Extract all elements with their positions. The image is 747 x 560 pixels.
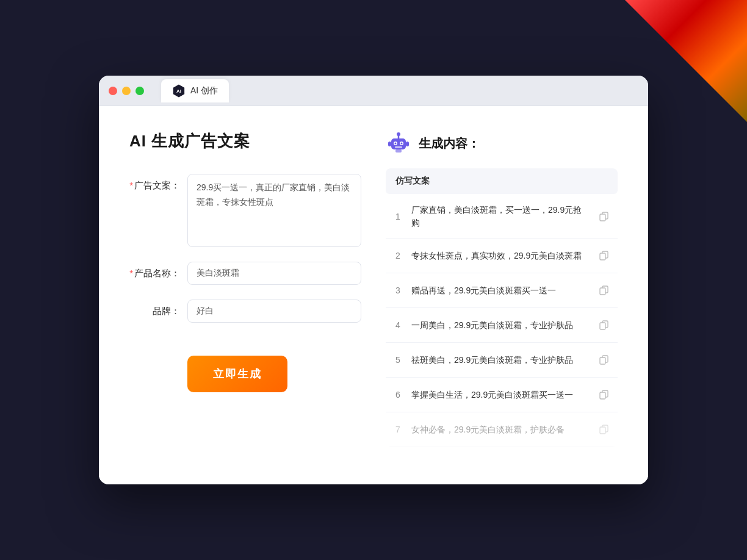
traffic-lights [109, 87, 144, 95]
table-row: 6掌握美白生活，29.9元美白淡斑霜买一送一 [386, 378, 618, 412]
row-number: 6 [391, 390, 405, 400]
close-button[interactable] [109, 87, 117, 95]
required-mark-product: * [129, 268, 133, 278]
maximize-button[interactable] [135, 87, 144, 95]
row-number: 2 [391, 251, 405, 260]
table-row: 7女神必备，29.9元美白淡斑霜，护肤必备 [386, 412, 618, 447]
table-row: 5祛斑美白，29.9元美白淡斑霜，专业护肤品 [386, 343, 618, 378]
browser-tab[interactable]: AI AI 创作 [161, 79, 229, 102]
ai-tab-icon: AI [172, 84, 186, 98]
submit-button[interactable]: 立即生成 [187, 356, 287, 392]
svg-rect-12 [395, 149, 402, 153]
form-group-product-name: *产品名称： [129, 262, 361, 285]
row-number: 3 [391, 285, 405, 295]
ad-copy-input[interactable] [187, 174, 361, 247]
browser-content: AI 生成广告文案 *广告文案： *产品名称： 品牌： [99, 106, 648, 484]
browser-titlebar: AI AI 创作 [99, 76, 648, 106]
svg-rect-20 [600, 323, 605, 329]
row-text: 女神必备，29.9元美白淡斑霜，护肤必备 [411, 423, 590, 436]
svg-point-8 [401, 143, 403, 145]
svg-rect-14 [600, 214, 605, 221]
svg-point-4 [397, 132, 400, 136]
page-title: AI 生成广告文案 [129, 131, 361, 152]
label-ad-copy: *广告文案： [129, 174, 187, 192]
copy-button[interactable] [596, 317, 613, 334]
copy-button[interactable] [596, 386, 613, 403]
right-panel: 生成内容： 仿写文案 1厂家直销，美白淡斑霜，买一送一，29.9元抢购 2专抹女… [386, 131, 618, 460]
form-group-ad-copy: *广告文案： [129, 174, 361, 247]
copy-button[interactable] [596, 421, 613, 438]
table-row: 2专抹女性斑点，真实功效，29.9元美白淡斑霜 [386, 239, 618, 273]
product-name-input[interactable] [187, 262, 361, 285]
svg-rect-26 [600, 427, 605, 434]
table-row: 1厂家直销，美白淡斑霜，买一送一，29.9元抢购 [386, 195, 618, 239]
row-number: 5 [391, 355, 405, 365]
svg-text:AI: AI [176, 88, 181, 94]
svg-rect-18 [600, 288, 605, 295]
label-product-name: *产品名称： [129, 262, 187, 279]
row-number: 7 [391, 425, 405, 434]
required-mark-ad-copy: * [129, 180, 133, 190]
row-text: 赠品再送，29.9元美白淡斑霜买一送一 [411, 284, 590, 297]
copy-button[interactable] [596, 208, 613, 225]
table-row: 3赠品再送，29.9元美白淡斑霜买一送一 [386, 273, 618, 308]
minimize-button[interactable] [122, 87, 131, 95]
tab-label: AI 创作 [190, 85, 218, 96]
copy-button[interactable] [596, 282, 613, 299]
svg-point-7 [395, 143, 397, 145]
browser-window: AI AI 创作 AI 生成广告文案 *广告文案： *产品名称： [99, 76, 648, 484]
left-panel: AI 生成广告文案 *广告文案： *产品名称： 品牌： [129, 131, 361, 460]
brand-input[interactable] [187, 300, 361, 323]
row-text: 厂家直销，美白淡斑霜，买一送一，29.9元抢购 [411, 204, 590, 229]
table-header: 仿写文案 [386, 168, 618, 194]
copy-button[interactable] [596, 351, 613, 368]
row-text: 掌握美白生活，29.9元美白淡斑霜买一送一 [411, 389, 590, 401]
row-text: 一周美白，29.9元美白淡斑霜，专业护肤品 [411, 319, 590, 332]
result-title: 生成内容： [419, 135, 480, 152]
table-row: 4一周美白，29.9元美白淡斑霜，专业护肤品 [386, 308, 618, 343]
row-number: 4 [391, 320, 405, 330]
svg-rect-16 [600, 253, 605, 260]
robot-icon [386, 131, 411, 156]
svg-rect-10 [388, 142, 391, 146]
row-number: 1 [391, 212, 405, 221]
svg-rect-9 [395, 146, 402, 148]
result-header: 生成内容： [386, 131, 618, 156]
result-table: 仿写文案 1厂家直销，美白淡斑霜，买一送一，29.9元抢购 2专抹女性斑点，真实… [386, 168, 618, 447]
svg-rect-11 [406, 142, 409, 146]
form-group-brand: 品牌： [129, 300, 361, 323]
row-text: 祛斑美白，29.9元美白淡斑霜，专业护肤品 [411, 354, 590, 367]
svg-rect-22 [600, 357, 605, 364]
svg-rect-24 [600, 392, 605, 399]
result-rows-container: 1厂家直销，美白淡斑霜，买一送一，29.9元抢购 2专抹女性斑点，真实功效，29… [386, 195, 618, 447]
label-brand: 品牌： [129, 300, 187, 317]
row-text: 专抹女性斑点，真实功效，29.9元美白淡斑霜 [411, 249, 590, 262]
copy-button[interactable] [596, 247, 613, 264]
